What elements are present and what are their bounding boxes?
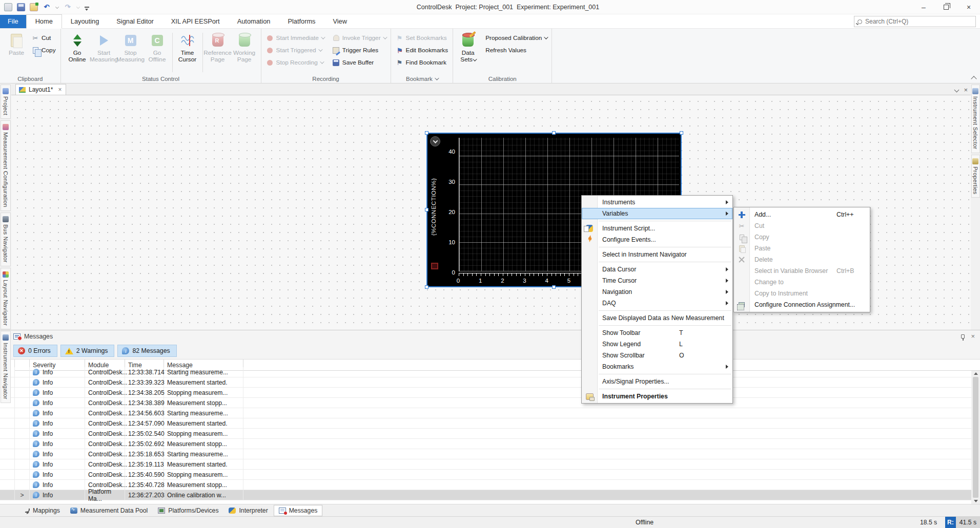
menu-item-bookmarks[interactable]: Bookmarks — [582, 361, 732, 372]
stop-recording-button[interactable]: Stop Recording — [264, 57, 325, 68]
signal-color-swatch[interactable] — [431, 263, 438, 269]
copy-button[interactable]: Copy — [30, 45, 57, 55]
tab-platforms-devices[interactable]: Platforms/Devices — [153, 505, 223, 516]
time-cursor-button[interactable]: Time Cursor — [174, 31, 201, 74]
messages-filter-button[interactable]: 82 Messages — [117, 345, 176, 357]
paste-button[interactable]: Paste — [3, 31, 30, 74]
table-row[interactable]: Info ControlDesk... 12:35:19.113 Measure… — [0, 459, 980, 470]
start-immediate-button[interactable]: Start Immediate — [264, 33, 325, 43]
start-triggered-button[interactable]: Start Triggered — [264, 45, 325, 55]
menu-item-show-scrollbar[interactable]: Show ScrollbarO — [582, 350, 732, 361]
minimize-button[interactable]: – — [912, 1, 935, 14]
table-row[interactable]: Info ControlDesk... 12:34:56.603 Startin… — [0, 408, 980, 418]
reference-page-button[interactable]: Reference Page — [205, 31, 231, 74]
left-panel-tab[interactable]: Layout Navigator — [1, 268, 11, 329]
undo-button[interactable]: ↶ — [43, 3, 51, 11]
menu-item-select-in-instrument-navigator[interactable]: Select in Instrument Navigator — [582, 249, 732, 260]
edit-bookmarks-button[interactable]: ⚑ Edit Bookmarks — [394, 45, 450, 55]
go-offline-button[interactable]: C Go Offline — [144, 31, 171, 74]
vertical-scrollbar[interactable] — [971, 371, 980, 504]
left-panel-tab[interactable]: Bus Navigator — [1, 213, 11, 266]
close-document-icon[interactable]: × — [964, 86, 968, 94]
save-buffer-button[interactable]: Save Buffer — [331, 57, 387, 68]
close-tab-icon[interactable]: × — [56, 86, 62, 93]
search-input[interactable] — [865, 18, 972, 25]
menu-item-daq[interactable]: DAQ — [582, 298, 732, 309]
resize-handle[interactable] — [552, 131, 556, 135]
left-panel-tab[interactable]: Instrument Navigator — [1, 331, 11, 403]
customize-toolbar-icon[interactable] — [85, 7, 89, 8]
table-row[interactable]: Info ControlDesk... 12:33:39.323 Measure… — [0, 377, 980, 388]
table-row[interactable]: > Info Platform Ma... 12:36:27.203 Onlin… — [0, 490, 980, 500]
left-panel-tab[interactable]: Measurement Configuration — [1, 120, 11, 211]
tab-file[interactable]: File — [0, 15, 26, 28]
working-page-button[interactable]: Working Page — [231, 31, 258, 74]
submenu-item-paste[interactable]: Paste — [734, 243, 870, 254]
submenu-item-delete[interactable]: Delete — [734, 254, 870, 265]
menu-item-show-legend[interactable]: Show LegendL — [582, 339, 732, 350]
menu-item-variables[interactable]: Variables — [582, 208, 732, 219]
proposed-calibration-button[interactable]: Proposed Calibration — [484, 33, 548, 43]
tab-view[interactable]: View — [324, 15, 356, 28]
resize-handle[interactable] — [680, 131, 683, 135]
undo-dropdown-icon[interactable] — [55, 5, 59, 9]
left-panel-tab[interactable]: Project — [1, 85, 11, 119]
trigger-rules-button[interactable]: Trigger Rules — [331, 45, 387, 55]
table-row[interactable]: Info ControlDesk... 12:35:40.728 Measure… — [0, 480, 980, 490]
save-button[interactable] — [17, 3, 25, 11]
go-online-button[interactable]: Go Online — [64, 31, 91, 74]
find-bookmark-button[interactable]: ⚑ Find Bookmark — [394, 57, 450, 68]
tab-mappings[interactable]: Mappings — [21, 505, 65, 516]
menu-item-navigation[interactable]: Navigation — [582, 286, 732, 298]
table-row[interactable]: Info ControlDesk... 12:35:18.653 Startin… — [0, 449, 980, 459]
menu-item-configure-events[interactable]: Configure Events... — [582, 234, 732, 245]
redo-button[interactable]: ↷ — [64, 3, 72, 11]
table-row[interactable]: Info ControlDesk... 12:34:57.090 Measure… — [0, 418, 980, 429]
tab-messages[interactable]: Messages — [274, 505, 323, 516]
resize-handle[interactable] — [425, 208, 428, 212]
submenu-item-configure-connection-assignment[interactable]: Configure Connection Assignment... — [734, 299, 870, 310]
invoke-trigger-button[interactable]: Invoke Trigger — [331, 33, 387, 43]
tab-layouting[interactable]: Layouting — [62, 15, 108, 28]
submenu-item-select-in-variable-browser[interactable]: Select in Variable BrowserCtrl+B — [734, 265, 870, 277]
errors-filter-button[interactable]: 0 Errors — [13, 345, 57, 357]
tab-automation[interactable]: Automation — [229, 15, 279, 28]
search-box[interactable] — [854, 16, 976, 27]
start-measuring-button[interactable]: Start Measuring — [91, 31, 117, 74]
submenu-item-add[interactable]: Add...Ctrl++ — [734, 209, 870, 220]
group-label-bookmark[interactable]: Bookmark — [392, 74, 452, 83]
tab-list-dropdown-icon[interactable] — [954, 88, 959, 93]
tab-signal-editor[interactable]: Signal Editor — [108, 15, 162, 28]
submenu-item-copy[interactable]: Copy — [734, 231, 870, 243]
right-panel-tab[interactable]: Instrument Selector — [971, 85, 980, 153]
menu-item-instrument-properties[interactable]: Instrument Properties — [582, 391, 732, 402]
scroll-down-icon[interactable] — [974, 500, 978, 502]
tab-measurement-data-pool[interactable]: Measurement Data Pool — [66, 505, 152, 516]
menu-item-data-cursor[interactable]: Data Cursor — [582, 264, 732, 275]
warnings-filter-button[interactable]: 2 Warnings — [60, 345, 115, 357]
close-button[interactable]: × — [957, 1, 980, 14]
layout-tab[interactable]: Layout1* × — [15, 84, 66, 95]
refresh-values-button[interactable]: Refresh Values — [484, 45, 548, 55]
menu-item-save-displayed-data[interactable]: Save Displayed Data as New Measurement — [582, 312, 732, 324]
close-panel-icon[interactable]: × — [971, 332, 975, 340]
redo-dropdown-icon[interactable] — [76, 5, 80, 9]
table-row[interactable]: Info ControlDesk... 12:33:38.714 Startin… — [0, 367, 980, 377]
tab-home[interactable]: Home — [26, 14, 62, 29]
right-panel-tab[interactable]: Properties — [971, 155, 980, 198]
stop-measuring-button[interactable]: M Stop Measuring — [117, 31, 144, 74]
tab-platforms[interactable]: Platforms — [279, 15, 324, 28]
properties-button[interactable] — [30, 3, 38, 11]
menu-item-show-toolbar[interactable]: Show ToolbarT — [582, 327, 732, 339]
table-row[interactable]: Info ControlDesk... 12:34:38.389 Measure… — [0, 398, 980, 408]
table-row[interactable]: Info ControlDesk... 12:35:40.590 Stoppin… — [0, 470, 980, 480]
tab-interpreter[interactable]: Interpreter — [224, 505, 272, 516]
data-sets-button[interactable]: Data Sets — [456, 31, 480, 74]
table-row[interactable]: Info ControlDesk... 12:35:02.540 Stoppin… — [0, 429, 980, 439]
set-bookmarks-button[interactable]: ⚑ Set Bookmarks — [394, 33, 450, 43]
submenu-item-cut[interactable]: ✂Cut — [734, 220, 870, 231]
table-row[interactable]: Info ControlDesk... 12:35:02.692 Measure… — [0, 439, 980, 449]
resize-handle[interactable] — [425, 285, 428, 289]
cut-button[interactable]: ✂ Cut — [30, 33, 57, 43]
resize-handle[interactable] — [425, 131, 428, 135]
